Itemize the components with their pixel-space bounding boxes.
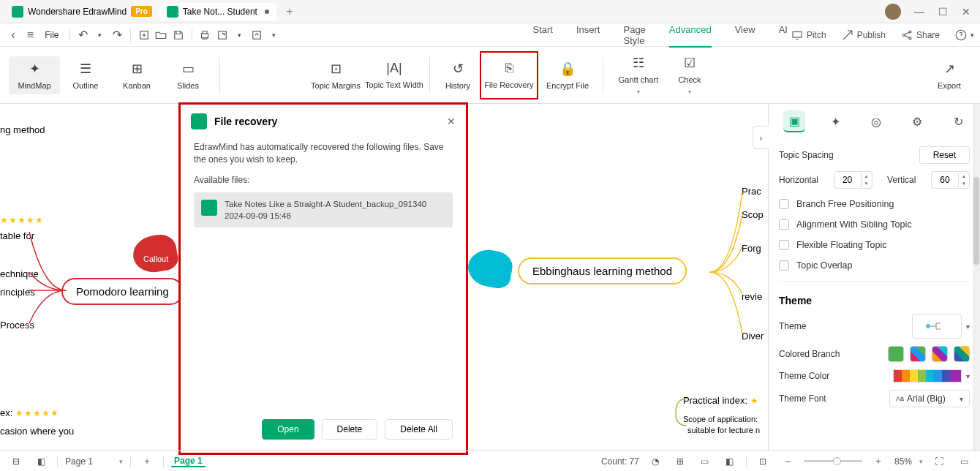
branch-swatch-3[interactable] (932, 346, 948, 362)
topic-fragment[interactable]: suitable for lecture n (687, 426, 760, 434)
menu-button[interactable]: ≡ (23, 26, 38, 44)
tool-topic-margins[interactable]: ⊡Topic Margins (306, 61, 365, 90)
tool-text-width[interactable]: |A|Topic Text Width (365, 61, 423, 89)
tool-check[interactable]: ☑Check▾ (668, 55, 712, 95)
fit-button[interactable]: ⊡ (754, 453, 772, 470)
menu-advanced[interactable]: Advanced (669, 23, 712, 48)
zoom-in-button[interactable]: + (870, 453, 887, 470)
branch-swatch-4[interactable] (954, 346, 970, 362)
undo-button[interactable]: ↶ (75, 26, 90, 44)
tab-document[interactable]: Take Not... Student (159, 3, 276, 20)
topic-ebbinghaus[interactable]: Ebbinghaus learning method (518, 257, 687, 285)
spin-up-icon[interactable]: ▲ (862, 173, 872, 180)
spin-up-icon[interactable]: ▲ (959, 173, 969, 180)
topic-fragment[interactable]: Practical index: ★ (683, 395, 759, 406)
horizontal-input[interactable] (834, 175, 861, 185)
menu-insert[interactable]: Insert (576, 23, 600, 48)
tool-gantt[interactable]: ☷Gantt chart▾ (609, 55, 668, 95)
sb-icon-1[interactable]: ◔ (647, 453, 664, 470)
vertical-input[interactable] (932, 175, 958, 185)
panel-scrollbar[interactable] (973, 104, 980, 451)
branch-free-checkbox[interactable]: Branch Free Positioning (779, 199, 970, 209)
theme-color-strip[interactable] (893, 369, 962, 383)
chevron-down-icon[interactable]: ▾ (966, 323, 970, 331)
share-button[interactable] (249, 26, 264, 44)
topic-fragment[interactable]: Scope of application: (683, 415, 758, 423)
reset-button[interactable]: Reset (919, 146, 970, 164)
menu-start[interactable]: Start (533, 23, 553, 48)
tool-file-recovery[interactable]: ⎘File Recovery (480, 51, 538, 99)
add-page-button[interactable]: + (138, 453, 156, 470)
help-button[interactable]: ▾ (954, 29, 974, 42)
page-tab-1[interactable]: Page 1 (171, 456, 206, 467)
menu-view[interactable]: View (735, 23, 755, 48)
vertical-spinner[interactable]: ▲▼ (931, 171, 970, 189)
delete-button[interactable]: Delete (322, 419, 378, 440)
open-button[interactable]: Open (262, 419, 314, 440)
outline-toggle[interactable]: ⊟ (7, 453, 25, 470)
back-button[interactable]: ‹ (6, 26, 20, 44)
panel-tab-layout[interactable]: ▣ (783, 110, 805, 132)
zoom-slider[interactable] (804, 460, 862, 462)
sb-icon-4[interactable]: ◧ (721, 453, 739, 470)
tab-add-button[interactable]: + (282, 4, 297, 19)
theme-preview[interactable] (912, 314, 962, 339)
share-action[interactable]: Share (900, 29, 940, 42)
new-button[interactable] (137, 26, 151, 44)
spin-down-icon[interactable]: ▼ (959, 180, 969, 187)
maximize-button[interactable]: ☐ (938, 7, 948, 17)
zoom-dropdown[interactable]: ▾ (919, 458, 923, 465)
panel-tab-settings[interactable]: ⚙ (906, 110, 928, 132)
save-button[interactable] (171, 26, 186, 44)
undo-dropdown[interactable]: ▾ (93, 26, 108, 44)
sidebar-toggle[interactable]: ◧ (32, 453, 50, 470)
export-button[interactable] (215, 26, 230, 44)
panel-tab-history[interactable]: ↻ (947, 110, 969, 132)
fullscreen-button[interactable]: ⛶ (930, 453, 948, 470)
theme-font-select[interactable]: Aa Arial (Big) ▾ (889, 390, 970, 407)
branch-swatch-1[interactable] (888, 346, 904, 362)
callout-badge[interactable]: Callout (136, 252, 176, 266)
sb-last-button[interactable]: ▭ (955, 453, 973, 470)
tool-history[interactable]: ↺History (436, 61, 480, 90)
branch-swatch-2[interactable] (910, 346, 926, 362)
tool-export[interactable]: ↗Export (927, 61, 971, 90)
minimize-button[interactable]: — (914, 7, 924, 17)
spin-down-icon[interactable]: ▼ (862, 180, 872, 187)
topic-pomodoro[interactable]: Pomodoro learning (61, 278, 184, 305)
horizontal-spinner[interactable]: ▲▼ (834, 171, 872, 189)
view-outline[interactable]: ☰Outline (60, 56, 111, 94)
chevron-down-icon[interactable]: ▾ (966, 372, 970, 380)
print-button[interactable] (198, 26, 213, 44)
close-button[interactable]: ✕ (961, 7, 971, 17)
topic-fragment[interactable]: casion where you (0, 426, 74, 437)
panel-collapse-button[interactable]: › (753, 126, 769, 149)
panel-tab-style[interactable]: ✦ (824, 110, 846, 132)
tool-encrypt[interactable]: 🔒Encrypt File (538, 61, 597, 90)
align-sibling-checkbox[interactable]: Alignment With Sibling Topic (779, 219, 970, 230)
zoom-out-button[interactable]: − (779, 453, 796, 470)
view-slides[interactable]: ▭Slides (162, 56, 214, 94)
view-mindmap[interactable]: ✦MindMap (9, 56, 60, 94)
view-kanban[interactable]: ⊞Kanban (111, 56, 162, 94)
panel-tab-map[interactable]: ◎ (865, 110, 887, 132)
modal-close-button[interactable]: ✕ (447, 116, 456, 127)
user-avatar[interactable] (885, 4, 901, 20)
delete-all-button[interactable]: Delete All (385, 419, 453, 440)
share-dropdown[interactable]: ▾ (267, 26, 282, 44)
menu-ai[interactable]: AI (779, 23, 788, 48)
publish-button[interactable]: Publish (841, 29, 886, 42)
pitch-button[interactable]: Pitch (791, 29, 826, 42)
menu-page-style[interactable]: Page Style (623, 23, 645, 48)
recovered-file-item[interactable]: Take Notes Like a Straight-A Student_bac… (194, 192, 453, 227)
export-dropdown[interactable]: ▾ (233, 26, 247, 44)
file-menu[interactable]: File (40, 30, 63, 40)
flexible-floating-checkbox[interactable]: Flexible Floating Topic (779, 240, 970, 250)
topic-fragment[interactable]: ex: ★★★★★ (0, 407, 59, 418)
sb-icon-2[interactable]: ⊞ (671, 453, 689, 470)
scroll-thumb[interactable] (973, 177, 979, 265)
page-selector[interactable]: Page 1▾ (65, 456, 123, 467)
tab-app[interactable]: Wondershare EdrawMind Pro (4, 3, 159, 20)
redo-button[interactable]: ↷ (110, 26, 125, 44)
topic-overlap-checkbox[interactable]: Topic Overlap (779, 260, 970, 271)
